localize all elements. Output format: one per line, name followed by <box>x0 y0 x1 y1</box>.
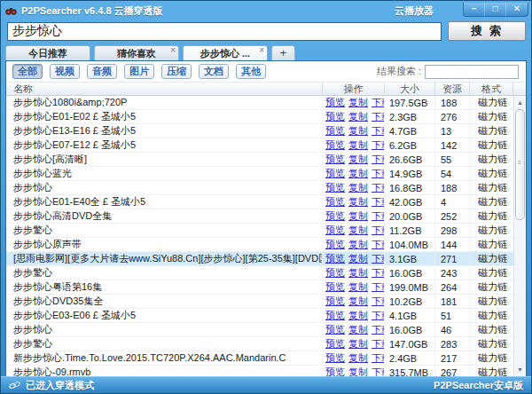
minimize-button[interactable]: – <box>464 3 485 16</box>
search-button[interactable]: 搜 索 <box>448 21 526 41</box>
search-input[interactable] <box>7 22 442 41</box>
download-link[interactable]: 下载 <box>372 209 385 223</box>
filter-all[interactable]: 全部 <box>12 64 43 79</box>
preview-link[interactable]: 预览 <box>325 238 345 251</box>
table-row[interactable]: 步步惊心蓝光 预览 复制 下载 14.9GB 54 磁力链 <box>6 167 513 181</box>
table-row[interactable]: 步步驚心 预览 复制 下载 147.0GB 283 磁力链 <box>6 337 513 351</box>
table-row[interactable]: 步步驚心 预览 复制 下载 16.0GB 243 磁力链 <box>6 266 513 280</box>
table-row[interactable]: 步步惊心1080i&amp;720P 预览 复制 下载 197.5GB 188 … <box>6 96 513 110</box>
filter-document[interactable]: 文档 <box>199 64 229 79</box>
download-link[interactable]: 下载 <box>372 195 385 209</box>
download-link[interactable]: 下载 <box>372 238 385 251</box>
copy-link[interactable]: 复制 <box>348 181 368 194</box>
download-link[interactable]: 下载 <box>372 337 385 351</box>
copy-link[interactable]: 复制 <box>348 238 368 251</box>
table-row[interactable]: 步步惊心E01-E02 £ 圣城小5 预览 复制 下载 2.3GB 276 磁力… <box>6 110 513 124</box>
copy-link[interactable]: 复制 <box>348 124 368 138</box>
table-row[interactable]: 步步惊心DVD35集全 预览 复制 下载 10.2GB 181 磁力链 <box>6 295 513 309</box>
cloud-player-button[interactable]: 云播放器 <box>395 4 434 18</box>
copy-link[interactable]: 复制 <box>348 167 368 180</box>
download-link[interactable]: 下载 <box>372 252 385 265</box>
tab-close-icon[interactable]: × <box>259 45 264 55</box>
copy-link[interactable]: 复制 <box>348 209 368 223</box>
android-version-link[interactable]: P2PSearcher安卓版 <box>434 379 523 392</box>
preview-link[interactable]: 预览 <box>325 337 345 351</box>
table-row[interactable]: [思雨电影网][更多大片请去www.SiYu88.Cn][步步惊心][第25-3… <box>6 252 513 266</box>
preview-link[interactable]: 预览 <box>325 209 345 223</box>
preview-link[interactable]: 预览 <box>325 181 345 194</box>
new-tab-button[interactable]: + <box>271 45 295 60</box>
filter-other[interactable]: 其他 <box>236 64 266 79</box>
vertical-scrollbar[interactable]: ▲ ▼ <box>513 96 526 376</box>
table-row[interactable]: 步步惊心粤语第16集 预览 复制 下载 199.0MB 264 磁力链 <box>6 280 513 295</box>
table-row[interactable]: 步步驚心 预览 复制 下载 11.2GB 298 磁力链 <box>6 224 513 238</box>
preview-link[interactable]: 预览 <box>325 110 345 123</box>
download-link[interactable]: 下载 <box>372 366 385 376</box>
table-row[interactable]: 步步惊心E03-E06 £ 圣城小5 预览 复制 下载 4.1GB 51 磁力链 <box>6 309 513 323</box>
table-row[interactable]: 步步惊心E01-E40全 £ 圣城小5 预览 复制 下载 42.0GB 4 磁力… <box>6 195 513 209</box>
filter-archive[interactable]: 压缩 <box>161 64 192 79</box>
tab-today-recommend[interactable]: 今日推荐 <box>5 45 90 60</box>
preview-link[interactable]: 预览 <box>325 309 345 322</box>
copy-link[interactable]: 复制 <box>348 224 368 237</box>
preview-link[interactable]: 预览 <box>325 138 345 152</box>
column-header-format[interactable]: 格式 <box>470 83 513 95</box>
tab-guess-you-like[interactable]: 猜你喜欢 × <box>94 45 179 60</box>
scrollbar-thumb[interactable] <box>515 109 525 220</box>
preview-link[interactable]: 预览 <box>325 323 345 336</box>
download-link[interactable]: 下载 <box>372 266 385 280</box>
preview-link[interactable]: 预览 <box>325 266 345 280</box>
filter-image[interactable]: 图片 <box>124 64 154 79</box>
copy-link[interactable]: 复制 <box>348 153 368 166</box>
download-link[interactable]: 下载 <box>372 124 385 138</box>
copy-link[interactable]: 复制 <box>348 138 368 152</box>
maximize-button[interactable]: □ <box>485 3 506 16</box>
copy-link[interactable]: 复制 <box>348 195 368 209</box>
tab-search-result[interactable]: 步步惊心 ... × <box>183 45 268 60</box>
filter-audio[interactable]: 音频 <box>87 64 117 79</box>
preview-link[interactable]: 预览 <box>325 124 345 138</box>
download-link[interactable]: 下载 <box>372 351 385 365</box>
copy-link[interactable]: 复制 <box>348 266 368 280</box>
column-header-resource[interactable]: 资源 <box>435 83 470 95</box>
preview-link[interactable]: 预览 <box>325 96 345 109</box>
table-row[interactable]: 步步惊心E07-E12 £ 圣城小5 预览 复制 下载 6.2GB 142 磁力… <box>6 138 513 153</box>
result-search-input[interactable] <box>425 65 519 79</box>
table-row[interactable]: 新步步惊心.Time.To.Love.2015.TC720P.X264.AAC.… <box>6 351 513 366</box>
copy-link[interactable]: 复制 <box>348 309 368 322</box>
copy-link[interactable]: 复制 <box>348 280 368 294</box>
preview-link[interactable]: 预览 <box>325 195 345 209</box>
download-link[interactable]: 下载 <box>372 295 385 308</box>
preview-link[interactable]: 预览 <box>325 351 345 365</box>
scroll-up-icon[interactable]: ▲ <box>514 97 526 108</box>
download-link[interactable]: 下载 <box>372 153 385 166</box>
table-row[interactable]: 步步惊心[高清晰] 预览 复制 下载 26.6GB 55 磁力链 <box>6 153 513 167</box>
preview-link[interactable]: 预览 <box>325 153 345 166</box>
preview-link[interactable]: 预览 <box>325 167 345 180</box>
scroll-down-icon[interactable]: ▼ <box>514 364 526 375</box>
preview-link[interactable]: 预览 <box>325 295 345 308</box>
table-row[interactable]: 步步惊心 预览 复制 下载 16.8GB 188 磁力链 <box>6 181 513 195</box>
table-row[interactable]: 步步惊心E13-E16 £ 圣城小5 预览 复制 下载 4.7GB 13 磁力链 <box>6 124 513 138</box>
tab-close-icon[interactable]: × <box>170 45 176 55</box>
download-link[interactable]: 下载 <box>372 323 385 336</box>
column-header-action[interactable]: 操作 <box>323 83 385 95</box>
download-link[interactable]: 下载 <box>372 280 385 294</box>
table-row[interactable]: 步步惊心-09.rmvb 预览 复制 下载 315.7MB 267 磁力链 <box>6 366 513 376</box>
download-link[interactable]: 下载 <box>372 138 385 152</box>
table-row[interactable]: 步步惊心原声带 预览 复制 下载 104.0MB 144 磁力链 <box>6 238 513 252</box>
copy-link[interactable]: 复制 <box>348 110 368 123</box>
preview-link[interactable]: 预览 <box>325 252 345 265</box>
download-link[interactable]: 下载 <box>372 167 385 180</box>
download-link[interactable]: 下载 <box>372 96 385 109</box>
download-link[interactable]: 下载 <box>372 181 385 194</box>
preview-link[interactable]: 预览 <box>325 366 345 376</box>
download-link[interactable]: 下载 <box>372 110 385 123</box>
copy-link[interactable]: 复制 <box>348 295 368 308</box>
copy-link[interactable]: 复制 <box>348 252 368 265</box>
copy-link[interactable]: 复制 <box>348 96 368 109</box>
copy-link[interactable]: 复制 <box>348 351 368 365</box>
table-row[interactable]: 步步惊心高清DVD全集 预览 复制 下载 20.0GB 252 磁力链 <box>6 209 513 224</box>
preview-link[interactable]: 预览 <box>325 224 345 237</box>
download-link[interactable]: 下载 <box>372 224 385 237</box>
